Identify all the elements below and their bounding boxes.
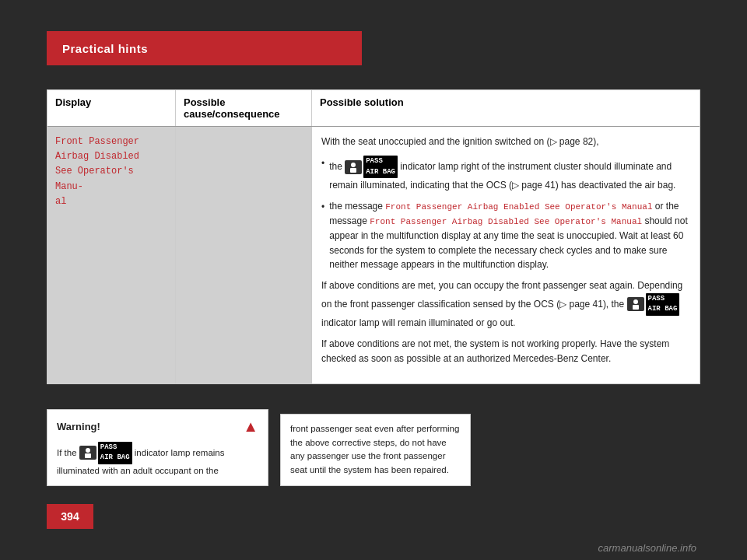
svg-rect-2 [350, 168, 356, 173]
bullet-2: • the message Front Passenger Airbag Ena… [321, 199, 690, 272]
svg-point-4 [633, 299, 638, 304]
code-text-1: Front Passenger Airbag Enabled See Opera… [385, 202, 652, 212]
svg-rect-8 [85, 453, 91, 458]
warning-text: If the PASSAIR BAG indicator lamp remain… [57, 442, 258, 478]
bullet-1-text: the PASSAIR BAG indicator lamp right of … [329, 156, 690, 193]
svg-rect-5 [633, 305, 639, 310]
info-text: front passenger seat even after performi… [290, 424, 459, 474]
col-display: Display [47, 90, 176, 126]
bullet-dot-2: • [321, 200, 324, 215]
page-title: Practical hints [62, 42, 148, 55]
solution-cell: With the seat unoccupied and the ignitio… [312, 127, 700, 383]
para-3: If above conditions are met, you can occ… [321, 278, 690, 331]
header-bar: Practical hints [47, 31, 362, 65]
solution-intro: With the seat unoccupied and the ignitio… [321, 135, 690, 149]
svg-point-7 [86, 448, 90, 453]
warning-title: Warning! [57, 421, 100, 432]
pass-airbag-label-warning: PASSAIR BAG [98, 442, 132, 464]
warning-header: Warning! ▲ [57, 418, 258, 436]
warning-triangle-icon: ▲ [243, 418, 258, 436]
main-table: Display Possible cause/consequence Possi… [47, 89, 700, 384]
svg-point-1 [351, 163, 356, 167]
warning-box: Warning! ▲ If the PASSAIR BAG indicator … [47, 409, 268, 486]
airbag-icon-1: PASSAIR BAG [345, 156, 398, 179]
page-number: 394 [61, 510, 79, 523]
col-solution: Possible solution [312, 90, 700, 126]
watermark: carmanualsonline.info [598, 542, 696, 554]
col-cause: Possible cause/consequence [176, 90, 312, 126]
pass-airbag-label: PASSAIR BAG [363, 156, 398, 179]
display-cell: Front Passenger Airbag Disabled See Oper… [47, 127, 176, 383]
airbag-icon-2: PASSAIR BAG [627, 293, 680, 317]
para-4: If above conditions are not met, the sys… [321, 337, 690, 366]
pass-airbag-label-2: PASSAIR BAG [646, 293, 680, 317]
info-box: front passenger seat even after performi… [280, 414, 471, 486]
table-body: Front Passenger Airbag Disabled See Oper… [47, 127, 700, 383]
page-number-box: 394 [47, 504, 93, 529]
airbag-icon-warning: PASSAIR BAG [79, 442, 132, 464]
bullet-1: • the PASSAIR BAG indicator lamp right o… [321, 156, 690, 193]
bullet-dot-1: • [321, 156, 324, 171]
bullet-2-text: the message Front Passenger Airbag Enabl… [329, 199, 690, 272]
cause-cell [176, 127, 312, 383]
code-text-2: Front Passenger Airbag Disabled See Oper… [370, 217, 642, 226]
table-header-row: Display Possible cause/consequence Possi… [47, 90, 700, 127]
